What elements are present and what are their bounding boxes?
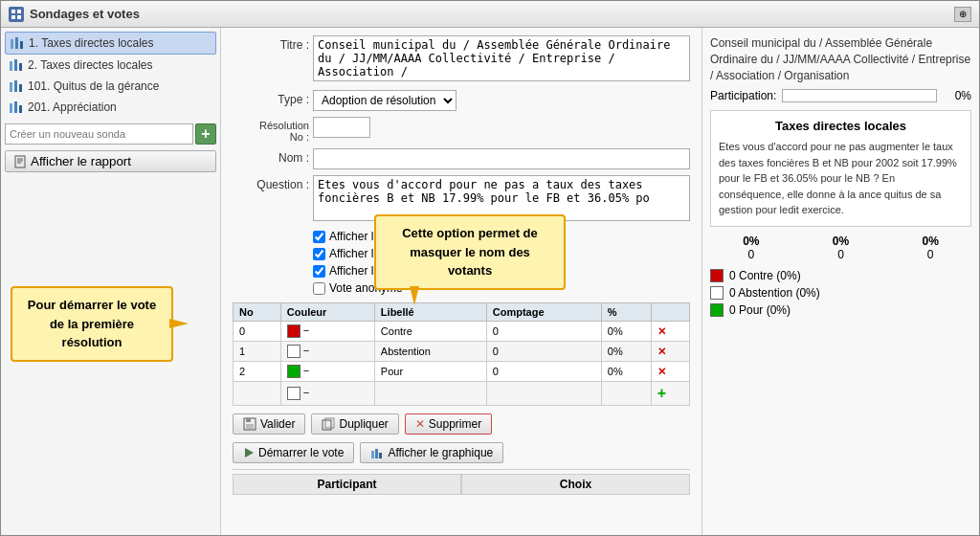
stat-val-2: 0 xyxy=(922,248,938,261)
question-label: Question : xyxy=(233,175,309,191)
window-controls: ⊕ xyxy=(954,7,971,22)
type-row: Type : Adoption de résolution xyxy=(233,90,690,111)
show-graph-label: Afficher le graphique xyxy=(388,446,493,459)
stats-row: 0% 0 0% 0 0% 0 xyxy=(710,234,971,261)
report-section: Afficher le rapport xyxy=(5,150,216,172)
col-no: No xyxy=(234,303,281,322)
svg-rect-16 xyxy=(15,156,25,168)
row2-pct: 0% xyxy=(601,362,651,382)
delete-label: Supprimer xyxy=(429,417,481,431)
window-icon-btn[interactable]: ⊕ xyxy=(954,7,971,22)
nom-input[interactable]: Taxes directes locales xyxy=(313,148,690,169)
delete-icon-2[interactable]: ✕ xyxy=(657,366,666,377)
sidebar-item-3[interactable]: 101. Quitus de la gérance xyxy=(5,76,216,97)
color-swatch-2[interactable] xyxy=(287,365,301,378)
stat-item-2: 0% 0 xyxy=(922,234,938,261)
callout-left-text: Pour démarrer le vote de la première rés… xyxy=(28,298,156,349)
stat-val-0: 0 xyxy=(743,248,759,261)
delete-button[interactable]: ✕ Supprimer xyxy=(405,413,492,435)
add-icon[interactable]: + xyxy=(657,385,666,401)
start-vote-button[interactable]: Démarrer le vote xyxy=(233,442,354,463)
row2-delete[interactable]: ✕ xyxy=(651,362,689,382)
stat-item-0: 0% 0 xyxy=(743,234,759,261)
row2-libelle[interactable]: Pour xyxy=(374,362,486,382)
row1-pct: 0% xyxy=(601,342,651,362)
stat-pct-0: 0% xyxy=(743,234,759,248)
action-buttons-row1: Valider Dupliquer ✕ Supprimer xyxy=(233,413,690,435)
participation-pct: 0% xyxy=(943,89,971,102)
titre-textarea[interactable]: Conseil municipal du / Assemblée Général… xyxy=(313,35,690,81)
right-title: Conseil municipal du / Assemblée Général… xyxy=(710,35,971,83)
row1-delete[interactable]: ✕ xyxy=(651,342,689,362)
svg-rect-26 xyxy=(371,451,374,458)
sidebar-item-4[interactable]: 201. Appréciation xyxy=(5,97,216,118)
svg-rect-5 xyxy=(15,37,18,49)
window-title: Sondages et votes xyxy=(30,7,948,21)
show-graph-button[interactable]: Afficher le graphique xyxy=(360,442,503,463)
svg-rect-10 xyxy=(10,82,12,92)
checkbox-anonyme[interactable] xyxy=(313,282,325,295)
participation-label: Participation: xyxy=(710,89,776,102)
action-buttons-row2: Démarrer le vote Afficher le graphique xyxy=(233,442,690,463)
row2-no: 2 xyxy=(234,362,281,382)
row1-color: − xyxy=(280,342,374,362)
report-icon xyxy=(13,155,27,168)
svg-rect-21 xyxy=(246,418,251,422)
svg-marker-30 xyxy=(410,286,419,305)
sidebar: 1. Taxes directes locales 2. Taxes direc… xyxy=(1,28,221,535)
sidebar-item-1[interactable]: 1. Taxes directes locales xyxy=(5,32,216,55)
resolution-input[interactable]: 1 xyxy=(313,117,370,138)
titre-control: Conseil municipal du / Assemblée Général… xyxy=(313,35,690,84)
callout-right: Cette option permet de masquer le nom de… xyxy=(374,214,566,290)
row0-libelle[interactable]: Contre xyxy=(374,322,486,342)
row1-libelle[interactable]: Abstention xyxy=(374,342,486,362)
legend-label-0: 0 Contre (0%) xyxy=(729,269,801,282)
svg-rect-15 xyxy=(19,105,22,113)
footer-col-participant: Participant xyxy=(233,474,461,495)
legend-section: 0 Contre (0%) 0 Abstention (0%) 0 Pour (… xyxy=(710,269,971,317)
delete-icon-0[interactable]: ✕ xyxy=(657,325,666,337)
svg-rect-14 xyxy=(14,101,17,113)
stat-pct-2: 0% xyxy=(922,234,938,248)
svg-rect-0 xyxy=(11,10,15,13)
footer-header: Participant Choix xyxy=(233,469,690,495)
checkbox-comptage[interactable] xyxy=(313,231,325,243)
delete-icon-1[interactable]: ✕ xyxy=(657,346,666,357)
poll-card: Taxes directes locales Etes vous d'accor… xyxy=(710,110,971,227)
row2-color: − xyxy=(280,362,374,382)
col-comptage: Comptage xyxy=(486,303,601,322)
checkbox-participation[interactable] xyxy=(313,265,325,278)
color-swatch-1[interactable] xyxy=(287,345,301,358)
duplicate-icon xyxy=(322,417,335,431)
add-row-btn[interactable]: + xyxy=(651,382,689,406)
sidebar-item-2[interactable]: 2. Taxes directes locales xyxy=(5,55,216,76)
row0-delete[interactable]: ✕ xyxy=(651,322,689,342)
row0-pct: 0% xyxy=(601,322,651,342)
checkbox-pourcentage[interactable] xyxy=(313,248,325,260)
nom-control: Taxes directes locales xyxy=(313,148,690,169)
add-color-swatch[interactable] xyxy=(287,387,301,400)
type-select[interactable]: Adoption de résolution xyxy=(313,90,457,111)
report-button[interactable]: Afficher le rapport xyxy=(5,150,216,172)
chart-icon xyxy=(370,446,384,459)
stat-item-1: 0% 0 xyxy=(833,234,849,261)
callout-arrow-right xyxy=(405,286,424,305)
new-poll-input[interactable] xyxy=(5,123,193,145)
app-icon xyxy=(9,7,24,22)
legend-label-2: 0 Pour (0%) xyxy=(729,303,791,317)
title-bar: Sondages et votes ⊕ xyxy=(1,1,979,28)
legend-color-1 xyxy=(710,286,724,300)
validate-button[interactable]: Valider xyxy=(233,413,305,435)
new-poll-button[interactable]: + xyxy=(195,123,216,145)
poll-icon-2 xyxy=(9,57,24,73)
new-poll-row: + xyxy=(5,123,216,145)
poll-card-text: Etes vous d'accord pour ne pas augmenter… xyxy=(719,139,963,218)
type-control: Adoption de résolution xyxy=(313,90,690,111)
color-swatch-0[interactable] xyxy=(287,324,301,338)
svg-rect-8 xyxy=(14,59,17,71)
duplicate-button[interactable]: Dupliquer xyxy=(311,413,398,435)
svg-marker-29 xyxy=(169,319,189,328)
row1-comptage: 0 xyxy=(486,342,601,362)
legend-label-1: 0 Abstention (0%) xyxy=(729,286,820,300)
validate-label: Valider xyxy=(260,417,295,431)
